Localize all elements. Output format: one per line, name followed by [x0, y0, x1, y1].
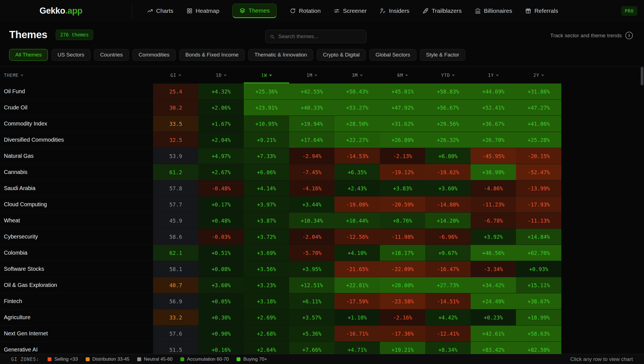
- filter-tab-global-sectors[interactable]: Global Sectors: [369, 49, 416, 61]
- value-cell: +2.68%: [244, 326, 289, 341]
- value-cell: +0.48%: [198, 213, 244, 228]
- value-cell: +4.42%: [425, 309, 471, 325]
- column-header-1m[interactable]: 1M: [289, 67, 335, 83]
- theme-count-badge: 276 themes: [56, 29, 93, 40]
- value-cell: -13.99%: [516, 180, 561, 196]
- value-cell: +2.69%: [244, 309, 289, 325]
- table-row-oil-fund[interactable]: Oil Fund25.4+4.32%+25.36%+42.55%+50.43%+…: [0, 83, 561, 100]
- legend-zone-selling-33: Selling <33: [48, 356, 78, 362]
- column-header-label: GI: [170, 73, 176, 78]
- value-cell: +12.51%: [289, 277, 335, 293]
- nav-item-heatmap[interactable]: Heatmap: [186, 8, 219, 14]
- table-row-natural-gas[interactable]: Natural Gas53.9+4.97%+7.33%-2.94%-14.53%…: [0, 148, 561, 164]
- nav-item-insiders[interactable]: Insiders: [380, 8, 409, 14]
- filter-tab-commodities[interactable]: Commodities: [132, 49, 176, 61]
- gi-cell: 33.2: [153, 309, 198, 325]
- column-header-1d[interactable]: 1D: [198, 67, 244, 83]
- table-row-next-gen-internet[interactable]: Next Gen Internet57.6+0.90%+2.68%+5.36%-…: [0, 326, 561, 342]
- nav-item-rotation[interactable]: Rotation: [290, 8, 321, 14]
- table-row-colombia[interactable]: Colombia62.1+0.51%+3.69%-5.70%+4.10%+18.…: [0, 245, 561, 261]
- table-row-cybersecurity[interactable]: Cybersecurity58.6-0.03%+3.72%-2.04%-12.5…: [0, 229, 561, 245]
- column-header-label: 2Y: [533, 73, 539, 78]
- table-row-saudi-arabia[interactable]: Saudi Arabia57.8-0.48%+4.14%-4.16%+2.43%…: [0, 180, 561, 196]
- column-header-1y[interactable]: 1Y: [471, 67, 516, 83]
- table-row-agriculture[interactable]: Agriculture33.2+0.30%+2.69%+3.57%+1.10%-…: [0, 309, 561, 326]
- column-header-6m[interactable]: 6M: [380, 67, 425, 83]
- value-cell: +0.90%: [198, 326, 244, 341]
- table-row-diversified-commodities[interactable]: Diversified Commodities32.5+2.04%+9.21%+…: [0, 132, 561, 148]
- filter-tab-thematic-innovation[interactable]: Thematic & Innovation: [248, 49, 313, 61]
- value-cell: +19.21%: [380, 342, 425, 354]
- nav-items: ChartsHeatmapThemesRotationScreenerInsid…: [147, 4, 621, 18]
- value-cell: -17.59%: [335, 293, 380, 309]
- gi-cell: 62.1: [153, 245, 198, 261]
- column-header-label: 3M: [352, 73, 358, 78]
- table-row-commodity-index[interactable]: Commodity Index33.5+1.67%+10.95%+19.94%+…: [0, 116, 561, 132]
- gi-cell: 51.5: [153, 342, 198, 354]
- app-logo[interactable]: Gekko .app: [0, 6, 132, 16]
- table-row-oil-gas-exploration[interactable]: Oil & Gas Exploration40.7+3.60%+3.23%+12…: [0, 277, 561, 293]
- column-header-theme[interactable]: THEME: [0, 67, 153, 83]
- value-cell: +18.99%: [516, 309, 561, 325]
- scrollbar-thumb[interactable]: [641, 67, 643, 85]
- table-header: THEMEGI1D1W1M3M6MYTD1Y2Y: [0, 67, 561, 83]
- value-cell: -16.71%: [335, 326, 380, 341]
- value-cell: +2.06%: [198, 100, 244, 115]
- pro-badge[interactable]: PRO: [621, 6, 637, 16]
- gi-cell: 30.2: [153, 100, 198, 115]
- value-cell: +3.57%: [289, 309, 335, 325]
- value-cell: +44.69%: [471, 83, 516, 99]
- search-input[interactable]: [278, 33, 362, 40]
- legend-zone-buying-70: Buying 70+: [237, 356, 267, 362]
- column-header-gi[interactable]: GI: [153, 67, 198, 83]
- table-row-cloud-computing[interactable]: Cloud Computing57.7+0.17%+3.97%+3.44%-19…: [0, 196, 561, 213]
- nav-item-billionaires[interactable]: Billionaires: [475, 8, 512, 14]
- legend-zones: Selling <33Distribution 33-45Neutral 45-…: [48, 356, 267, 362]
- value-cell: -19.12%: [380, 164, 425, 180]
- value-cell: +24.49%: [471, 293, 516, 309]
- filter-tab-style-factor[interactable]: Style & Factor: [420, 49, 465, 61]
- filter-tab-countries[interactable]: Countries: [94, 49, 129, 61]
- column-header-1w[interactable]: 1W: [244, 67, 289, 83]
- tagline-text: Track sector and theme trends: [550, 33, 622, 39]
- column-header-label: 1M: [306, 73, 312, 78]
- value-cell: +0.17%: [198, 196, 244, 212]
- nav-item-referrals[interactable]: Referrals: [525, 8, 558, 14]
- nav-item-charts[interactable]: Charts: [147, 8, 173, 14]
- value-cell: +27.73%: [425, 277, 471, 293]
- value-cell: -4.16%: [289, 180, 335, 196]
- value-cell: +4.10%: [335, 245, 380, 261]
- sort-arrow-icon: [541, 75, 544, 76]
- zone-label: Distribution 33-45: [92, 356, 129, 362]
- filter-tab-bonds-fixed-income[interactable]: Bonds & Fixed Income: [179, 49, 245, 61]
- value-cell: +4.71%: [335, 342, 380, 354]
- value-cell: -45.95%: [471, 148, 516, 164]
- table-row-generative-ai[interactable]: Generative AI51.5+0.16%+2.64%+7.66%+4.71…: [0, 342, 561, 354]
- table-row-fintech[interactable]: Fintech56.9+0.05%+3.18%+6.11%-17.59%-23.…: [0, 293, 561, 309]
- nav-item-themes[interactable]: Themes: [232, 4, 277, 18]
- table-row-wheat[interactable]: Wheat45.9+0.48%+3.87%+10.34%+10.44%+8.76…: [0, 213, 561, 229]
- logo-text: Gekko: [40, 6, 65, 16]
- value-cell: +23.91%: [244, 100, 289, 115]
- value-cell: +1.67%: [198, 116, 244, 132]
- sort-arrow-icon: [178, 75, 181, 76]
- zone-color-swatch: [237, 357, 240, 361]
- filter-tab-all-themes[interactable]: All Themes: [9, 49, 48, 61]
- column-header-label: YTD: [441, 73, 450, 78]
- filter-tab-crypto-digital[interactable]: Crypto & Digital: [317, 49, 366, 61]
- nav-item-screener[interactable]: Screener: [334, 8, 367, 14]
- nav-item-trailblazers[interactable]: Trailblazers: [422, 8, 462, 14]
- column-header-ytd[interactable]: YTD: [425, 67, 471, 83]
- column-header-3m[interactable]: 3M: [335, 67, 380, 83]
- theme-name: Natural Gas: [0, 148, 153, 164]
- tagline-wrap: Track sector and theme trends i: [550, 32, 633, 39]
- value-cell: -21.65%: [335, 261, 380, 277]
- column-header-2y[interactable]: 2Y: [516, 67, 561, 83]
- theme-name: Software Stocks: [0, 261, 153, 277]
- search-box[interactable]: [265, 30, 367, 43]
- table-row-software-stocks[interactable]: Software Stocks58.1+0.08%+3.56%+3.95%-21…: [0, 261, 561, 277]
- info-icon[interactable]: i: [625, 32, 633, 39]
- table-row-cannabis[interactable]: Cannabis61.2+2.67%+6.06%-7.45%+6.35%-19.…: [0, 164, 561, 180]
- table-row-crude-oil[interactable]: Crude Oil30.2+2.06%+23.91%+40.33%+53.27%…: [0, 100, 561, 116]
- filter-tab-us-sectors[interactable]: US Sectors: [51, 49, 90, 61]
